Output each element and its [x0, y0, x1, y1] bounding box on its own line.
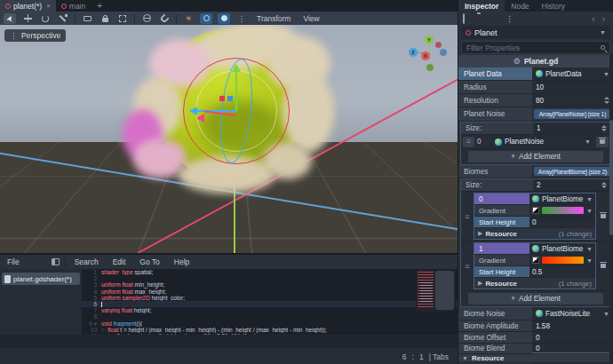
scrollbar-thumb[interactable]: [609, 120, 613, 235]
delete-biome-button[interactable]: [596, 242, 610, 289]
edited-node-selector[interactable]: Planet ▼: [461, 26, 610, 39]
load-resource-button[interactable]: [477, 14, 486, 23]
biome-type-dropdown[interactable]: PlanetBiome ▼: [529, 243, 595, 254]
preview-sun-toggle[interactable]: ☀: [182, 13, 195, 24]
biome-type-dropdown[interactable]: PlanetBiome ▼: [529, 194, 595, 204]
snap-toggle[interactable]: [158, 13, 171, 24]
start-height-input[interactable]: 0.5: [529, 266, 595, 277]
biome-amplitude-input[interactable]: 1.58: [532, 320, 613, 331]
gizmo-plane-handle-z[interactable]: [227, 96, 233, 101]
gradient-editor[interactable]: ▼: [529, 205, 595, 216]
move-tool-button[interactable]: [21, 13, 34, 24]
planet-noise-array-button[interactable]: Array[PlanetNoise] (size 1): [534, 109, 611, 119]
tab-history[interactable]: History: [536, 0, 571, 12]
file-menu[interactable]: File: [0, 257, 27, 266]
radius-input[interactable]: 10: [532, 81, 613, 93]
lock-node-button[interactable]: [99, 13, 111, 24]
resource-foldout[interactable]: ▶ Resource (1 change): [474, 278, 595, 289]
biome-blend-slider[interactable]: 0: [532, 344, 613, 353]
drag-handle-icon[interactable]: ≡: [461, 242, 474, 289]
view-menu[interactable]: View: [299, 14, 322, 23]
axis-ball-neg-y[interactable]: [426, 64, 434, 71]
new-resource-button[interactable]: [463, 14, 472, 23]
code-line[interactable]: 11» vec3 color = texture(height_color, v…: [82, 333, 458, 335]
history-forward-icon[interactable]: ›: [602, 14, 605, 24]
biome-offset-input[interactable]: 0: [532, 332, 613, 343]
biome-noise-dropdown[interactable]: FastNoiseLite ▼: [532, 307, 613, 320]
viewport-menu-button[interactable]: ⋮: [235, 13, 248, 24]
code-line[interactable]: 7varying float height;: [82, 307, 458, 313]
select-tool-button[interactable]: ➤: [4, 13, 16, 24]
edit-menu[interactable]: Edit: [106, 257, 133, 266]
biomes-array-button[interactable]: Array[PlanetBiome] (size 2): [534, 167, 611, 176]
biomes-size-input[interactable]: 2: [533, 179, 610, 191]
delete-element-button[interactable]: [596, 137, 609, 147]
local-space-toggle[interactable]: [140, 13, 153, 24]
indent-type[interactable]: | Tabs: [429, 352, 449, 361]
axis-ball-z[interactable]: Z: [409, 48, 418, 57]
resource-section-header[interactable]: ▼ Resource: [458, 354, 613, 363]
scene-tab-planet[interactable]: planet(*) ×: [0, 0, 56, 12]
drag-handle-icon[interactable]: ≡: [463, 137, 474, 147]
history-back-icon[interactable]: ‹: [592, 14, 594, 24]
preview-environment-toggle[interactable]: [200, 13, 212, 24]
search-menu[interactable]: Search: [68, 257, 106, 266]
axis-ball-y[interactable]: Y: [425, 36, 434, 44]
tab-inspector[interactable]: Inspector: [458, 0, 505, 12]
delete-biome-button[interactable]: [596, 193, 610, 240]
resource-foldout[interactable]: ▶ Resource (1 change): [474, 228, 595, 239]
code-line[interactable]: 4uniform float max_height;: [82, 289, 458, 295]
resolution-input[interactable]: 80: [532, 94, 613, 107]
code-line[interactable]: 8: [82, 313, 458, 320]
gradient-edit-icon[interactable]: [532, 207, 539, 214]
stepper-icon[interactable]: [601, 125, 607, 132]
scale-tool-button[interactable]: [57, 13, 69, 24]
code-line[interactable]: 6: [82, 301, 458, 307]
ruler-tool-button[interactable]: [81, 13, 93, 24]
shader-file-item[interactable]: planet.gdshader(*): [2, 273, 80, 285]
add-element-button[interactable]: + Add Element: [468, 293, 603, 305]
add-element-button[interactable]: + Add Element: [468, 151, 603, 162]
drag-handle-icon[interactable]: ≡: [461, 193, 474, 240]
shader-code-editor[interactable]: 1shader_type spatial;23uniform float min…: [82, 269, 458, 335]
axis-ball-neg-x[interactable]: [435, 42, 442, 48]
add-scene-tab-button[interactable]: +: [91, 0, 108, 12]
axis-orientation-gizmo[interactable]: Y Z X: [400, 30, 453, 75]
code-line[interactable]: 2: [82, 275, 458, 281]
noise-size-input[interactable]: 1: [533, 123, 610, 134]
code-line[interactable]: 1shader_type spatial;: [82, 269, 458, 275]
gradient-preview[interactable]: [542, 207, 584, 214]
group-node-button[interactable]: [116, 13, 129, 24]
inspector-menu-icon[interactable]: ⋮: [506, 14, 513, 23]
filter-properties-field[interactable]: [461, 41, 610, 54]
rotate-tool-button[interactable]: [39, 13, 52, 24]
code-minimap[interactable]: [416, 270, 456, 313]
gradient-edit-icon[interactable]: [532, 257, 539, 264]
help-menu[interactable]: Help: [167, 257, 196, 266]
scene-tab-main[interactable]: main: [56, 0, 91, 12]
transform-menu[interactable]: Transform: [253, 14, 294, 23]
perspective-menu-button[interactable]: ⋮ Perspective: [4, 29, 66, 42]
goto-menu[interactable]: Go To: [132, 257, 167, 266]
close-icon[interactable]: ×: [46, 2, 51, 10]
toggle-files-panel-icon[interactable]: [52, 258, 60, 265]
script-section-header[interactable]: ⚙ Planet.gd: [458, 55, 613, 67]
code-line[interactable]: 9 ▾void fragment(){: [82, 320, 458, 327]
save-resource-button[interactable]: [491, 14, 500, 23]
filter-properties-input[interactable]: [466, 44, 601, 52]
code-line[interactable]: 3uniform float min_height;: [82, 281, 458, 288]
camera-preview-toggle[interactable]: [218, 13, 230, 24]
minimap-view-region[interactable]: [435, 271, 454, 310]
planet-data-dropdown[interactable]: PlanetData ▼: [532, 67, 613, 80]
3d-viewport[interactable]: ⋮ Perspective Y Z X: [0, 25, 458, 253]
start-height-input[interactable]: 0: [529, 217, 595, 227]
axis-ball-neg-z[interactable]: [440, 49, 447, 56]
gizmo-y-axis-handle[interactable]: [235, 71, 237, 111]
gradient-editor[interactable]: ▼: [529, 255, 595, 265]
axis-ball-x[interactable]: X: [421, 51, 430, 60]
planet-noise-dropdown[interactable]: PlanetNoise ▼: [492, 137, 593, 147]
stepper-icon[interactable]: [601, 182, 607, 189]
tab-node[interactable]: Node: [505, 0, 535, 12]
inspector-scrollbar[interactable]: [609, 53, 613, 364]
gizmo-plane-handle-x[interactable]: [219, 96, 225, 101]
